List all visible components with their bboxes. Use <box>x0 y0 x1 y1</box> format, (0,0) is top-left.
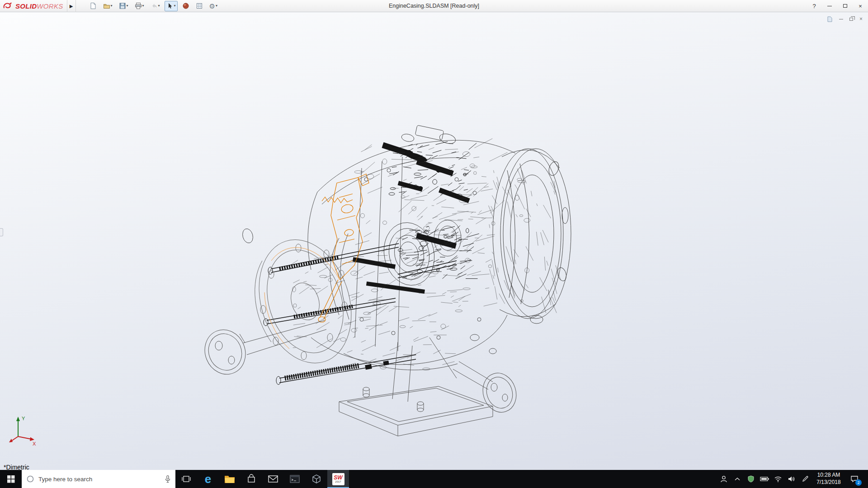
system-tray: 10:28 AM 7/13/2018 2 <box>717 470 868 488</box>
menu-flyout-button[interactable]: ▶ <box>67 0 76 12</box>
taskbar-mail[interactable] <box>262 470 284 488</box>
graphics-area[interactable]: × <box>0 12 868 470</box>
doc-restore-button[interactable] <box>849 18 853 21</box>
people-button[interactable] <box>717 470 731 488</box>
open-button[interactable]: ▾ <box>101 1 114 11</box>
titlebar: SOLIDWORKS ▶ ▾ ▾ ▾ <box>0 0 868 12</box>
task-view-button[interactable] <box>175 470 197 488</box>
minimize-button[interactable] <box>822 0 837 12</box>
quick-access-toolbar: ▾ ▾ ▾ ▾ ▾ <box>76 1 220 11</box>
wireframe-geometry <box>439 132 571 324</box>
taskbar-3d-viewer[interactable] <box>306 470 327 488</box>
windows-logo-icon <box>7 475 15 483</box>
triad-y-label: Y <box>22 416 25 421</box>
taskbar-clock[interactable]: 10:28 AM 7/13/2018 <box>812 472 845 486</box>
document-window-icon <box>827 16 833 22</box>
defender-icon <box>747 475 755 483</box>
new-document-icon <box>90 2 97 9</box>
taskbar-file-explorer[interactable] <box>219 470 241 488</box>
3d-viewer-icon <box>311 474 321 484</box>
new-document-button[interactable] <box>88 1 99 11</box>
pen-button[interactable] <box>798 470 812 488</box>
taskbar: e SW 2017 <box>0 470 868 488</box>
taskbar-store[interactable] <box>241 470 262 488</box>
cad-model[interactable] <box>203 125 583 450</box>
open-folder-icon <box>103 2 110 9</box>
taskbar-console[interactable] <box>284 470 306 488</box>
doc-minimize-icon <box>839 19 843 19</box>
design-table-icon <box>196 2 203 9</box>
tray-overflow-button[interactable] <box>731 470 744 488</box>
design-table-button[interactable] <box>194 1 205 11</box>
microphone-icon[interactable] <box>165 475 171 483</box>
task-view-icon <box>181 474 191 484</box>
defender-button[interactable] <box>744 470 758 488</box>
edge-icon: e <box>205 473 211 485</box>
chevron-up-icon <box>734 477 741 481</box>
pen-icon <box>802 475 809 483</box>
solidworks-logo: SOLIDWORKS <box>0 2 67 10</box>
document-window-controls: × <box>827 16 863 22</box>
wireframe-geometry <box>353 142 470 370</box>
search-input[interactable] <box>38 476 160 483</box>
undo-icon <box>151 2 158 9</box>
notification-badge: 2 <box>855 479 862 486</box>
wireframe-geometry <box>203 320 521 436</box>
cortana-icon <box>26 475 34 483</box>
clock-time: 10:28 AM <box>814 472 844 479</box>
doc-minimize-button[interactable] <box>839 19 843 19</box>
select-tool-button[interactable]: ▾ <box>165 1 178 11</box>
file-explorer-icon <box>224 474 235 483</box>
network-icon <box>774 476 782 483</box>
material-button[interactable] <box>180 1 191 11</box>
battery-button[interactable] <box>758 470 771 488</box>
console-icon <box>290 475 300 483</box>
save-button[interactable]: ▾ <box>117 1 130 11</box>
minimize-icon <box>827 6 832 6</box>
select-arrow-icon <box>166 2 174 9</box>
solidworks-icon: SW 2017 <box>332 473 344 485</box>
print-button[interactable]: ▾ <box>133 1 146 11</box>
network-button[interactable] <box>771 470 785 488</box>
brand-text: SOLIDWORKS <box>15 2 63 10</box>
doc-restore-icon <box>849 18 853 21</box>
store-icon <box>247 474 256 484</box>
search-box[interactable] <box>22 470 175 488</box>
start-button[interactable] <box>0 470 22 488</box>
taskbar-edge[interactable]: e <box>197 470 219 488</box>
wireframe-geometry <box>264 244 457 385</box>
print-icon <box>135 2 142 9</box>
help-button[interactable]: ? <box>807 0 822 12</box>
close-button[interactable]: × <box>853 0 868 12</box>
window-controls: ? × <box>807 0 868 12</box>
options-gear-icon: ⚙ <box>209 3 215 9</box>
triad-x-label: X <box>33 441 36 446</box>
maximize-button[interactable] <box>837 0 853 12</box>
battery-icon <box>760 476 769 482</box>
clock-date: 7/13/2018 <box>814 479 844 486</box>
people-icon <box>719 474 728 483</box>
volume-icon <box>788 476 796 482</box>
taskbar-solidworks[interactable]: SW 2017 <box>327 470 349 488</box>
undo-button[interactable]: ▾ <box>149 1 162 11</box>
mail-icon <box>268 475 278 483</box>
options-button[interactable]: ⚙ ▾ <box>208 1 219 11</box>
3ds-swoosh-icon <box>3 2 14 10</box>
orientation-triad[interactable]: Y X <box>8 414 37 447</box>
volume-button[interactable] <box>785 470 798 488</box>
maximize-icon <box>843 4 847 8</box>
panel-collapse-tab[interactable] <box>0 228 3 236</box>
material-sphere-icon <box>182 2 189 9</box>
wireframe-geometry <box>244 228 366 375</box>
action-center-button[interactable]: 2 <box>845 470 863 488</box>
save-icon <box>119 2 126 9</box>
doc-close-button[interactable]: × <box>859 16 863 22</box>
